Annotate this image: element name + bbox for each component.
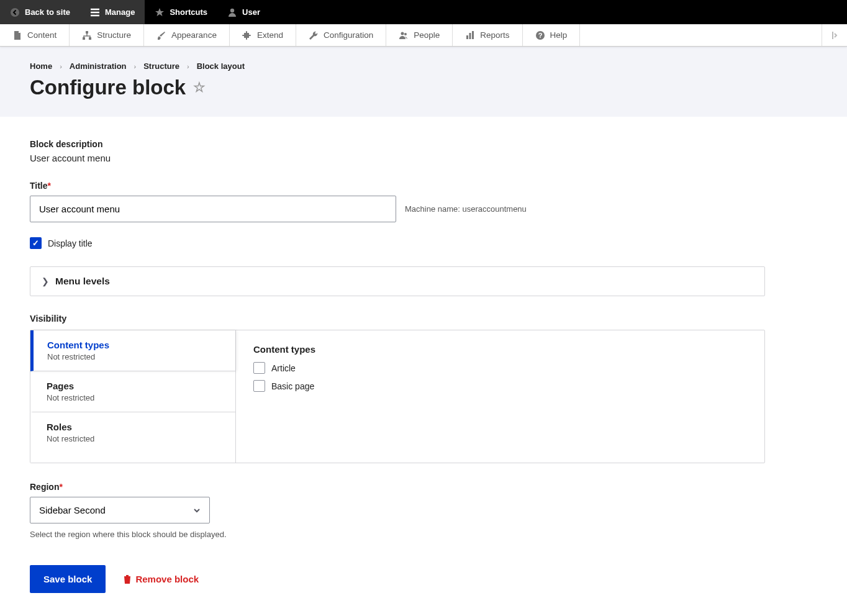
arrow-left-circle-icon <box>10 7 20 17</box>
article-checkbox[interactable] <box>253 362 265 374</box>
bar-chart-icon <box>465 30 475 40</box>
required-marker: * <box>59 482 62 492</box>
manage-toggle[interactable]: Manage <box>80 0 145 24</box>
vtabs-pane: Content types Article Basic page <box>235 330 764 463</box>
title-label-text: Title <box>30 181 48 191</box>
breadcrumb-link[interactable]: Administration <box>70 61 127 71</box>
toolbar-admin: Content Structure Appearance Extend Conf… <box>0 24 847 47</box>
display-title-row: ✓ Display title <box>30 237 765 249</box>
admin-nav-extend[interactable]: Extend <box>230 24 296 46</box>
chevron-right-icon: › <box>60 63 62 70</box>
admin-nav-structure[interactable]: Structure <box>70 24 144 46</box>
admin-nav-content[interactable]: Content <box>0 24 70 46</box>
page-title: Configure block ☆ <box>30 76 817 99</box>
back-to-site-link[interactable]: Back to site <box>0 0 80 24</box>
hamburger-icon <box>90 7 100 17</box>
admin-nav-label: People <box>414 30 440 40</box>
toolbar-top: Back to site Manage Shortcuts User <box>0 0 847 24</box>
user-label: User <box>242 7 260 17</box>
option-label: Basic page <box>271 381 314 391</box>
region-help-text: Select the region where this block shoul… <box>30 530 765 539</box>
vtab-name: Content types <box>47 340 222 350</box>
admin-nav-label: Content <box>27 30 57 40</box>
svg-point-0 <box>11 8 19 17</box>
form-actions: Save block Remove block <box>30 565 765 593</box>
required-marker: * <box>48 181 51 191</box>
orientation-icon <box>830 30 840 40</box>
breadcrumb-link[interactable]: Block layout <box>197 61 245 71</box>
svg-point-5 <box>401 32 404 35</box>
visibility-tabs: Content types Not restricted Pages Not r… <box>30 330 765 463</box>
people-icon <box>399 30 409 40</box>
admin-nav-label: Configuration <box>324 30 373 40</box>
svg-rect-8 <box>469 33 471 39</box>
vtab-content-types[interactable]: Content types Not restricted <box>30 330 235 371</box>
basic-page-checkbox[interactable] <box>253 380 265 392</box>
svg-point-1 <box>230 8 234 12</box>
svg-rect-7 <box>466 35 468 39</box>
region-label: Region* <box>30 482 765 492</box>
admin-nav-label: Reports <box>480 30 509 40</box>
save-button[interactable]: Save block <box>30 565 106 593</box>
shortcut-star-toggle[interactable]: ☆ <box>193 79 206 96</box>
display-title-checkbox[interactable]: ✓ <box>30 237 42 249</box>
vtab-summary: Not restricted <box>47 434 222 443</box>
option-label: Article <box>271 363 296 373</box>
admin-nav-label: Help <box>550 30 568 40</box>
vtab-name: Pages <box>47 381 222 391</box>
admin-nav-people[interactable]: People <box>386 24 453 46</box>
region-section: Region* Sidebar Second Select the region… <box>30 482 765 539</box>
content-type-option: Basic page <box>253 380 747 392</box>
region-label-text: Region <box>30 482 59 492</box>
user-icon <box>227 7 237 17</box>
vtab-roles[interactable]: Roles Not restricted <box>30 412 235 453</box>
admin-nav-appearance[interactable]: Appearance <box>144 24 230 46</box>
menu-levels-label: Menu levels <box>55 276 110 287</box>
help-icon: ? <box>535 30 545 40</box>
remove-block-link[interactable]: Remove block <box>123 574 199 584</box>
svg-rect-9 <box>472 31 474 39</box>
breadcrumb: Home › Administration › Structure › Bloc… <box>30 61 817 71</box>
back-to-site-label: Back to site <box>25 7 70 17</box>
admin-nav-configuration[interactable]: Configuration <box>296 24 386 46</box>
remove-block-label: Remove block <box>135 574 199 584</box>
shortcuts-label: Shortcuts <box>170 7 207 17</box>
page-title-text: Configure block <box>30 76 186 99</box>
menu-levels-details[interactable]: ❯ Menu levels <box>30 266 765 296</box>
region-header: Home › Administration › Structure › Bloc… <box>0 47 847 117</box>
title-input[interactable] <box>30 196 396 222</box>
user-link[interactable]: User <box>217 0 270 24</box>
title-label: Title* <box>30 181 765 191</box>
chevron-right-icon: › <box>134 63 137 70</box>
block-description-section: Block description User account menu <box>30 139 765 163</box>
vtab-summary: Not restricted <box>47 352 222 361</box>
svg-point-6 <box>404 33 407 35</box>
block-description-value: User account menu <box>30 153 765 163</box>
region-select[interactable]: Sidebar Second <box>30 497 210 523</box>
wrench-icon <box>309 30 319 40</box>
svg-text:?: ? <box>538 32 542 39</box>
hierarchy-icon <box>82 30 92 40</box>
manage-label: Manage <box>105 7 135 17</box>
pane-title: Content types <box>253 344 747 355</box>
breadcrumb-link[interactable]: Home <box>30 61 52 71</box>
machine-name-label: Machine name: useraccountmenu <box>405 204 527 214</box>
admin-nav-reports[interactable]: Reports <box>453 24 522 46</box>
chevron-right-icon: ❯ <box>42 276 49 286</box>
block-description-label: Block description <box>30 139 765 149</box>
vtab-pages[interactable]: Pages Not restricted <box>30 371 235 412</box>
svg-rect-2 <box>86 31 88 34</box>
admin-nav-help[interactable]: ? Help <box>523 24 581 46</box>
toolbar-orientation-toggle[interactable] <box>822 24 847 46</box>
admin-nav-label: Structure <box>97 30 131 40</box>
trash-icon <box>123 574 132 584</box>
shortcuts-link[interactable]: Shortcuts <box>145 0 217 24</box>
title-section: Title* Machine name: useraccountmenu ✓ D… <box>30 181 765 249</box>
vtab-name: Roles <box>47 422 222 432</box>
admin-nav-label: Extend <box>257 30 283 40</box>
svg-rect-3 <box>83 37 85 40</box>
display-title-label: Display title <box>48 238 93 248</box>
breadcrumb-link[interactable]: Structure <box>143 61 179 71</box>
star-icon <box>155 7 165 17</box>
file-icon <box>12 30 22 40</box>
